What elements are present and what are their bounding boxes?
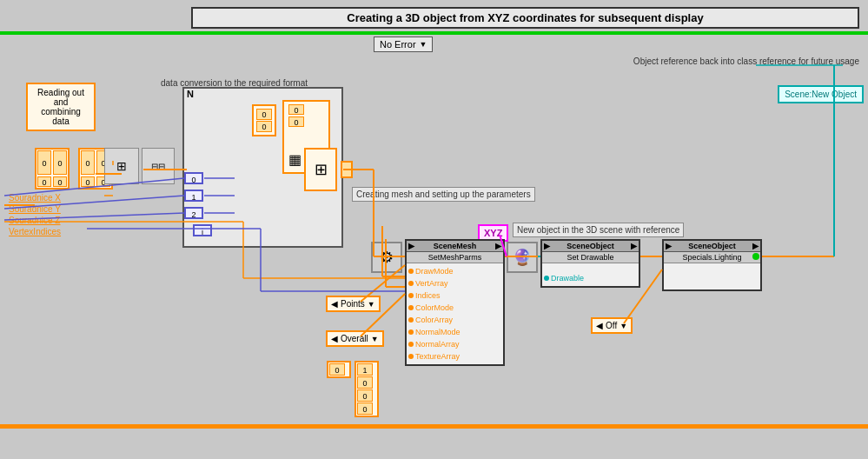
scene-mesh-block: ▶ SceneMesh ▶ SetMeshParms DrawMode Vert…: [405, 239, 505, 366]
specials-arrow-right: ▶: [752, 242, 759, 250]
port-normalmode: NormalMode: [408, 326, 501, 338]
num-cell-1: 1: [357, 363, 373, 376]
port-drawmode: DrawMode: [408, 265, 501, 277]
index-2: 2: [184, 207, 203, 219]
reading-box: Reading out and combining data: [26, 83, 96, 131]
array-icon: ▦: [288, 151, 301, 168]
cell-03: 0: [53, 176, 67, 187]
ball-icon: 🔮: [507, 242, 538, 273]
port-colorarray: ColorArray: [408, 314, 501, 326]
specials-title: ▶ SceneObject ▶: [664, 241, 760, 252]
port-texturearray: TextureArray: [408, 350, 501, 363]
cell-01: 0: [53, 150, 67, 175]
mux-icon: ⊞: [315, 160, 328, 179]
n-label: N: [187, 89, 194, 99]
off-label: Off: [606, 321, 617, 330]
array-cell-0: 0: [256, 109, 272, 120]
scene-obj-block: ▶ SceneObject ▶ Set Drawable Drawable: [540, 239, 640, 288]
obj-ref-label: Object reference back into class referen…: [633, 57, 859, 66]
port-drawable-in: Drawable: [544, 272, 637, 284]
overall-label: Overall: [341, 334, 368, 343]
source-x[interactable]: Souradnice X: [9, 193, 61, 203]
scene-mesh-label: SceneMesh: [434, 242, 477, 250]
bundle-icon: ⊞: [104, 148, 139, 184]
scene-obj-label: SceneObject: [567, 242, 614, 250]
scene-obj-ports: Drawable: [542, 263, 639, 286]
green-line-top: [0, 31, 868, 34]
index-0: 0: [184, 172, 203, 184]
num-array-right: 1 0 0 0: [354, 361, 379, 417]
points-arrow-left: ◀: [331, 299, 338, 309]
mux-box: ⊞: [304, 148, 337, 191]
set-mesh-parms-label: SetMeshParms: [407, 252, 503, 263]
drawable-dot: [544, 276, 549, 281]
num-cell-4: 0: [357, 402, 373, 415]
port-vertarray: VertArray: [408, 277, 501, 289]
main-canvas: Creating a 3D object from XYZ coordinate…: [0, 0, 868, 459]
source-z[interactable]: Souradnice Z: [9, 216, 61, 225]
cell-02: 0: [37, 176, 51, 187]
num-cell-3: 0: [357, 389, 373, 402]
no-error-label: No Error: [380, 39, 416, 50]
array-cell-1: 0: [256, 121, 272, 132]
array-const-in-n: 0 0: [252, 104, 276, 136]
overall-dropdown[interactable]: ◀ Overall ▼: [326, 330, 384, 347]
scene-mesh-ports: DrawMode VertArray Indices ColorMode Col…: [407, 263, 503, 364]
scene-mesh-arrow-right: ▶: [495, 242, 501, 250]
page-title: Creating a 3D object from XYZ coordinate…: [191, 7, 859, 29]
specials-lighting-label: Specials.Lighting: [664, 252, 760, 263]
index-1: 1: [184, 190, 203, 202]
new-obj-label: New object in the 3D scene with referenc…: [513, 223, 684, 237]
n-output-tunnel: [341, 161, 353, 178]
source-y[interactable]: Souradnice Y: [9, 204, 61, 214]
loop-iter: i: [193, 224, 212, 236]
format-icon: ⊟⊟: [142, 148, 175, 184]
off-dropdown-arrow: ▼: [620, 322, 627, 330]
points-dropdown-arrow: ▼: [368, 300, 375, 309]
no-error-dropdown[interactable]: No Error ▼: [374, 37, 433, 52]
port-indices: Indices: [408, 289, 501, 302]
off-dropdown[interactable]: ◀ Off ▼: [591, 317, 633, 334]
num-cell-0: 0: [329, 363, 345, 376]
points-label: Points: [341, 299, 365, 309]
num-cell-2: 0: [357, 376, 373, 389]
specials-arrow-left: ▶: [666, 242, 672, 250]
port-colormode: ColorMode: [408, 302, 501, 314]
scene-mesh-arrow-left: ▶: [408, 242, 414, 250]
gear-icon: ⚙: [371, 242, 402, 273]
cell-00: 0: [37, 150, 51, 175]
port-normalarray: NormalArray: [408, 338, 501, 350]
off-arrow-left: ◀: [596, 321, 603, 330]
scene-obj-title: ▶ SceneObject ▶: [542, 241, 639, 252]
points-dropdown[interactable]: ◀ Points ▼: [326, 296, 381, 312]
specials-block: ▶ SceneObject ▶ Specials.Lighting: [662, 239, 762, 291]
cell-10: 0: [81, 150, 95, 175]
scene-obj-arrow-right: ▶: [631, 242, 637, 250]
wires-overlay: [0, 0, 868, 459]
overall-dropdown-arrow: ▼: [371, 335, 379, 343]
orange-line-bottom2: [0, 427, 868, 429]
scene-obj-arrow-left: ▶: [544, 242, 550, 250]
set-drawable-label: Set Drawable: [542, 252, 639, 263]
source-indices[interactable]: VertexIndices: [9, 227, 61, 236]
scene-mesh-title: ▶ SceneMesh ▶: [407, 241, 503, 252]
overall-arrow-left: ◀: [331, 334, 338, 343]
creating-mesh-label: Creating mesh and setting up the paramet…: [352, 187, 535, 202]
dropdown-arrow-icon: ▼: [420, 40, 427, 49]
num-array-left: 0: [327, 361, 351, 378]
specials-ports: [664, 263, 760, 289]
scene-new-object: Scene:New Object: [778, 85, 864, 103]
cell-12: 0: [81, 176, 95, 187]
source-labels-group: Souradnice X Souradnice Y Souradnice Z V…: [9, 193, 61, 236]
small-array-1: 0 0 0 0: [35, 148, 70, 190]
specials-label: SceneObject: [688, 242, 736, 250]
